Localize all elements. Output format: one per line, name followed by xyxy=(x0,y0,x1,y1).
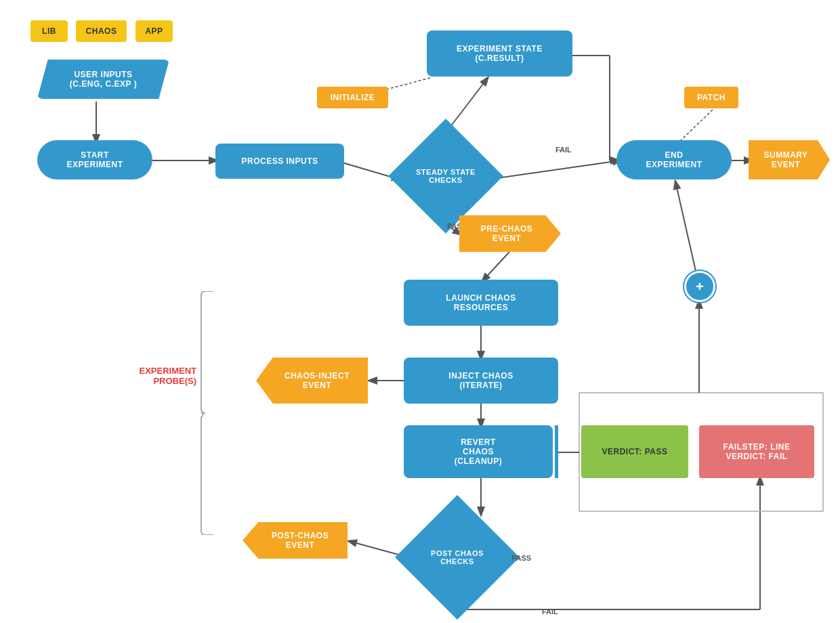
post-chaos-checks-label: POST CHAOSCHECKS xyxy=(431,549,484,565)
chaos-tag: CHAOS xyxy=(76,20,127,42)
user-inputs-label: USER INPUTS (C.ENG, C.EXP ) xyxy=(70,70,137,89)
summary-event-label: SUMMARY EVENT xyxy=(763,150,814,169)
revert-chaos-wrapper: REVERT CHAOS (CLEANUP) xyxy=(404,425,558,478)
process-inputs-label: PROCESS INPUTS xyxy=(241,156,318,166)
start-experiment-label: START EXPERIMENT xyxy=(66,150,123,169)
inject-chaos-node: INJECT CHAOS (ITERATE) xyxy=(404,358,558,404)
start-experiment-node: START EXPERIMENT xyxy=(37,140,152,179)
failstep-label: FAILSTEP: LINE VERDICT: FAIL xyxy=(723,442,790,461)
fail-label-2: FAIL xyxy=(542,607,558,616)
app-label: APP xyxy=(145,26,163,36)
summary-event-node: SUMMARY EVENT xyxy=(749,140,830,179)
diagram: LIB CHAOS APP USER INPUTS (C.ENG, C.EXP … xyxy=(0,0,840,623)
experiment-state-label: EXPERIMENT STATE (C.RESULT) xyxy=(457,44,543,63)
merge-circle-label: + xyxy=(696,279,704,295)
svg-line-22 xyxy=(675,181,699,286)
chaos-inject-event-label: CHAOS-INJECT EVENT xyxy=(274,371,350,390)
svg-line-10 xyxy=(677,110,713,144)
inject-chaos-label: INJECT CHAOS (ITERATE) xyxy=(448,371,513,390)
chaos-tag-label: CHAOS xyxy=(86,26,117,36)
post-chaos-event-label: POST-CHAOS EVENT xyxy=(261,531,329,550)
lib-tag: LIB xyxy=(30,20,68,42)
experiment-state-node: EXPERIMENT STATE (C.RESULT) xyxy=(427,30,572,77)
user-inputs-node: USER INPUTS (C.ENG, C.EXP ) xyxy=(37,60,169,99)
app-tag: APP xyxy=(135,20,173,42)
bracket-svg xyxy=(200,291,217,535)
post-chaos-checks-node: POST CHAOSCHECKS xyxy=(395,495,520,620)
merge-circle: + xyxy=(684,271,715,302)
end-experiment-node: END EXPERIMENT xyxy=(616,140,732,179)
launch-chaos-label: LAUNCH CHAOS RESOURCES xyxy=(446,293,516,312)
pass-label-2: PASS xyxy=(511,554,531,562)
verdict-pass-label: VERDICT: PASS xyxy=(602,447,668,456)
initialize-label: INITIALIZE xyxy=(331,93,375,102)
experiment-probes-label: EXPERIMENT PROBE(S) xyxy=(98,366,196,386)
process-inputs-node: PROCESS INPUTS xyxy=(215,144,344,179)
initialize-label-node: INITIALIZE xyxy=(317,87,388,108)
patch-label-node: PATCH xyxy=(684,87,738,108)
fail-label-1: FAIL xyxy=(555,146,572,154)
experiment-probes-text: EXPERIMENT PROBE(S) xyxy=(139,366,196,386)
steady-state-label: STEADY STATECHECKS xyxy=(416,168,476,184)
verdict-pass-node: VERDICT: PASS xyxy=(581,425,688,478)
svg-line-12 xyxy=(482,252,509,281)
end-experiment-label: END EXPERIMENT xyxy=(646,150,702,169)
pre-chaos-event-node: PRE-CHAOS EVENT xyxy=(459,215,561,252)
pre-chaos-event-label: PRE-CHAOS EVENT xyxy=(481,224,540,243)
svg-line-8 xyxy=(488,160,621,179)
patch-label: PATCH xyxy=(697,93,726,102)
failstep-node: FAILSTEP: LINE VERDICT: FAIL xyxy=(699,425,814,478)
revert-chaos-label: REVERT CHAOS (CLEANUP) xyxy=(455,437,503,466)
post-chaos-event-node: POST-CHAOS EVENT xyxy=(243,522,348,559)
revert-chaos-node: REVERT CHAOS (CLEANUP) xyxy=(404,425,553,478)
lib-label: LIB xyxy=(42,26,56,36)
chaos-inject-event-node: CHAOS-INJECT EVENT xyxy=(256,358,368,404)
launch-chaos-node: LAUNCH CHAOS RESOURCES xyxy=(404,280,558,326)
